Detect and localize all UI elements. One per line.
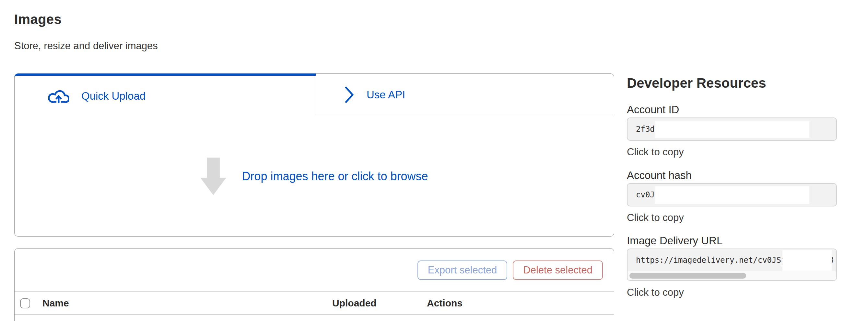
account-hash-label: Account hash [627,169,837,182]
account-id-label: Account ID [627,103,837,116]
tab-quick-upload-label: Quick Upload [81,90,146,102]
arrow-down-icon [200,157,226,195]
account-id-copy-hint[interactable]: Click to copy [627,146,837,158]
redaction-overlay [655,186,809,204]
dropzone-label: Drop images here or click to browse [242,170,428,183]
table-header-row: Name Uploaded Actions [14,292,614,315]
image-dropzone[interactable]: Drop images here or click to browse [14,116,614,236]
image-delivery-url-value: https://imagedelivery.net/cv0JSj [636,249,786,271]
delete-selected-button[interactable]: Delete selected [513,260,603,280]
tab-use-api[interactable]: Use API [316,73,614,116]
account-hash-value-box[interactable]: cv0J [627,183,837,207]
image-delivery-url-label: Image Delivery URL [627,234,837,248]
account-hash-copy-hint[interactable]: Click to copy [627,211,837,224]
horizontal-scrollbar-track [627,271,836,280]
redaction-overlay [655,121,809,138]
page-title: Images [14,12,614,27]
image-delivery-url-copy-hint[interactable]: Click to copy [627,286,837,299]
account-hash-value: cv0J [636,184,655,206]
horizontal-scrollbar-thumb[interactable] [629,273,746,279]
select-all-checkbox[interactable] [20,298,30,308]
page-subtitle: Store, resize and deliver images [14,40,614,52]
cloud-upload-icon [48,88,69,104]
account-id-value-box[interactable]: 2f3d [627,117,837,141]
chevron-right-icon [344,86,354,104]
tab-bar: Quick Upload Use API [14,73,614,116]
redaction-overlay [782,250,832,271]
export-selected-button[interactable]: Export selected [417,260,507,280]
upload-tab-panel: Quick Upload Use API Drop images here or… [14,73,614,237]
table-toolbar: Export selected Delete selected [14,249,614,292]
column-header-uploaded: Uploaded [332,298,377,309]
main-content: Images Store, resize and deliver images … [14,0,614,321]
column-header-name: Name [42,298,69,309]
image-delivery-url-box[interactable]: https://imagedelivery.net/cv0JSj 3 [627,249,837,281]
account-id-value: 2f3d [636,118,655,140]
tab-use-api-label: Use API [367,89,405,101]
developer-resources-sidebar: Developer Resources Account ID 2f3d Clic… [627,0,837,299]
tab-quick-upload[interactable]: Quick Upload [14,73,316,116]
images-table-panel: Export selected Delete selected Name Upl… [14,248,614,321]
sidebar-title: Developer Resources [627,75,837,91]
column-header-actions: Actions [427,298,463,309]
